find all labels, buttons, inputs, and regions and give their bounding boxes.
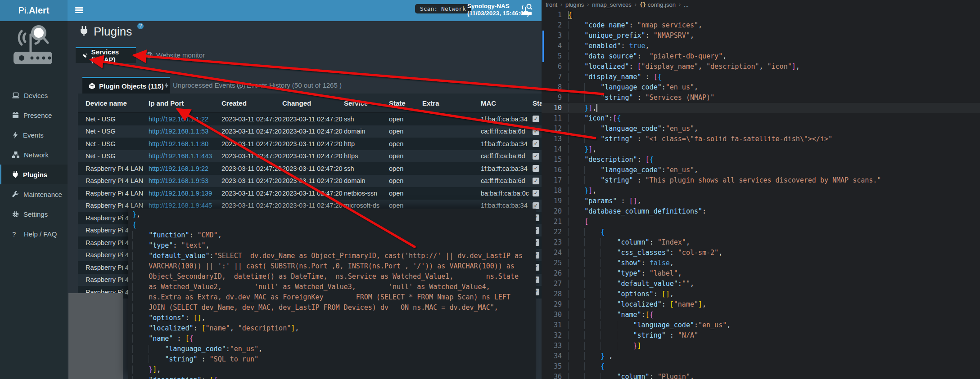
column-header[interactable]: Ip and Port xyxy=(149,99,221,107)
table-row[interactable]: Net - USGhttp://192.168.1.1:4432023-03-1… xyxy=(78,150,542,163)
sidebar-item-devices[interactable]: Devices xyxy=(0,85,68,105)
ip-cell: http://192.168.1.9:139 xyxy=(149,190,221,197)
created-cell: 2023-03-11 02:47:20 xyxy=(221,152,282,160)
ip-link[interactable]: http://192.168.1.9:139 xyxy=(149,190,212,197)
ip-cell: http://192.168.1.1:53 xyxy=(149,128,221,135)
code-line: 25 "show": false, xyxy=(542,258,980,268)
column-header[interactable]: Service xyxy=(344,99,389,107)
device-cell: Raspberry Pi 4 LAN xyxy=(86,165,149,172)
status-checkbox[interactable]: ✓ xyxy=(533,140,539,147)
sidebar-item-network[interactable]: Network xyxy=(0,145,68,165)
table-row[interactable]: Net - USGhttp://192.168.1.1:532023-03-11… xyxy=(78,125,542,138)
status-checkbox[interactable]: ✓ xyxy=(533,128,539,135)
column-header[interactable]: MAC xyxy=(481,99,533,107)
status-checkbox[interactable]: ✓ xyxy=(533,116,539,122)
table-row[interactable]: Net - USGhttp://192.168.1.1:222023-03-11… xyxy=(78,113,542,125)
ip-link[interactable]: http://192.168.1.1:443 xyxy=(149,152,212,160)
state-cell: open xyxy=(389,152,422,160)
table-row[interactable]: Net - USGhttp://192.168.1.1:802023-03-11… xyxy=(78,138,542,150)
status-checkbox[interactable]: ✓ xyxy=(533,190,539,196)
column-header[interactable]: Device name xyxy=(86,99,149,107)
status-cell: ✓ xyxy=(533,165,542,172)
tab-website-monitor[interactable]: Website monitor xyxy=(139,47,212,63)
mac-cell: ba:ba:ff:ca:ba:0c xyxy=(481,190,533,197)
hamburger-menu-icon[interactable] xyxy=(75,7,83,13)
tab-plugin-objects[interactable]: Plugin Objects (115) xyxy=(82,77,170,94)
mac-cell: ca:ff:ff:ca:ba:6d xyxy=(481,152,533,160)
breadcrumb-separator: › xyxy=(560,1,562,8)
mac-cell: 1f:ba:ff:ca:ba:34 xyxy=(481,165,533,172)
sidebar-item-settings[interactable]: Settings xyxy=(0,204,68,224)
status-cell: ✓ xyxy=(533,128,542,135)
status-checkbox[interactable]: ✓ xyxy=(533,165,539,172)
breadcrumb-item[interactable]: nmap_services xyxy=(592,1,631,8)
status-checkbox[interactable]: ✓ xyxy=(533,178,539,184)
code-line: 21 [ xyxy=(542,217,980,227)
breadcrumb-item[interactable]: ... xyxy=(684,1,689,8)
snippet-line: JOIN (SELECT dev_Name, dev_MAC, dev_Last… xyxy=(128,303,536,313)
device-cell: Net - USG xyxy=(86,116,149,123)
line-number: 26 xyxy=(542,268,568,279)
snippet-line: "type": "text", xyxy=(128,241,536,251)
column-header[interactable]: Created xyxy=(221,99,282,107)
json-file-icon: {} xyxy=(640,2,646,8)
tab-events-history[interactable]: Events History (50 out of 1265 ) xyxy=(230,77,348,94)
snippet-line: as Watched_Value2, 'null' as Watched_Val… xyxy=(128,282,536,292)
help-badge[interactable]: ? xyxy=(137,23,144,29)
service-cell: ssh xyxy=(344,165,389,172)
line-number: 15 xyxy=(542,155,568,165)
editor-code-area[interactable]: 1{2 "code_name": "nmap_services",3 "uniq… xyxy=(542,10,980,379)
ip-cell: http://192.168.1.9:22 xyxy=(149,165,221,172)
snippet-line: "localized": ["name", "description"], xyxy=(128,323,536,334)
code-line: 9 "string" : "Services (NMAP)" xyxy=(542,93,980,103)
ip-link[interactable]: http://192.168.1.1:22 xyxy=(149,116,208,123)
ip-link[interactable]: http://192.168.1.9:53 xyxy=(149,177,208,184)
state-cell: open xyxy=(389,116,422,123)
sidebar-item-maintenance[interactable]: Maintenance xyxy=(0,184,68,204)
sidebar-item-events[interactable]: Events xyxy=(0,125,68,145)
breadcrumb-item[interactable]: front xyxy=(546,1,557,8)
breadcrumb-item[interactable]: plugins xyxy=(565,1,584,8)
column-header[interactable]: Extra xyxy=(422,99,481,107)
table-row[interactable]: Raspberry Pi 4 LANhttp://192.168.1.9:222… xyxy=(78,162,542,175)
ip-cell: http://192.168.1.1:80 xyxy=(149,140,221,147)
line-number: 31 xyxy=(542,320,568,330)
changed-cell: 2023-03-11 02:47:20 xyxy=(282,140,344,147)
snippet-line: }, xyxy=(128,210,536,220)
sidebar-item-plugins[interactable]: Plugins xyxy=(0,165,68,184)
code-line: 33 }] xyxy=(542,341,980,351)
sidebar-item-help[interactable]: ? Help / FAQ xyxy=(0,224,68,244)
sidebar-item-presence[interactable]: Presence xyxy=(0,105,68,125)
device-cell: Raspberry Pi 4 LAN xyxy=(86,190,149,197)
clock-icon xyxy=(237,82,243,89)
mac-cell: 1f:ba:ff:ca:ba:34 xyxy=(481,140,533,147)
status-checkbox[interactable]: ✓ xyxy=(533,202,539,209)
wrench-icon xyxy=(12,191,19,198)
tab-services-nmap[interactable]: Services (NMAP) xyxy=(76,47,136,63)
status-cell: ✓ xyxy=(533,178,542,184)
line-number: 20 xyxy=(542,206,568,217)
status-checkbox[interactable]: ✓ xyxy=(533,153,539,160)
gear-icon xyxy=(12,211,19,218)
brand-logo[interactable]: Pi.Alert xyxy=(0,0,68,21)
code-line: 14 }], xyxy=(542,144,980,155)
ip-link[interactable]: http://192.168.1.9:445 xyxy=(149,202,212,209)
breadcrumb-item[interactable]: {} config.json xyxy=(640,1,676,8)
table-row[interactable]: Raspberry Pi 4 LANhttp://192.168.1.9:532… xyxy=(78,175,542,187)
service-cell: https xyxy=(344,152,389,160)
calendar-icon xyxy=(12,112,19,119)
status-cell: ✓ xyxy=(533,116,542,122)
line-number: 24 xyxy=(542,248,568,258)
code-line: 19 "params" : [], xyxy=(542,196,980,206)
column-header[interactable]: Changed xyxy=(282,99,344,107)
device-cell: Net - USG xyxy=(86,128,149,135)
table-row[interactable]: Raspberry Pi 4 LANhttp://192.168.1.9:139… xyxy=(78,187,542,200)
column-header[interactable]: State xyxy=(389,99,422,107)
ip-cell: http://192.168.1.1:443 xyxy=(149,152,221,160)
column-header[interactable]: Status xyxy=(533,99,542,107)
snippet-line: "default_value":"SELECT dv.dev_Name as O… xyxy=(128,251,536,261)
line-number: 21 xyxy=(542,217,568,227)
ip-link[interactable]: http://192.168.1.1:80 xyxy=(149,140,208,147)
ip-link[interactable]: http://192.168.1.9:22 xyxy=(149,165,208,172)
ip-link[interactable]: http://192.168.1.1:53 xyxy=(149,128,208,135)
